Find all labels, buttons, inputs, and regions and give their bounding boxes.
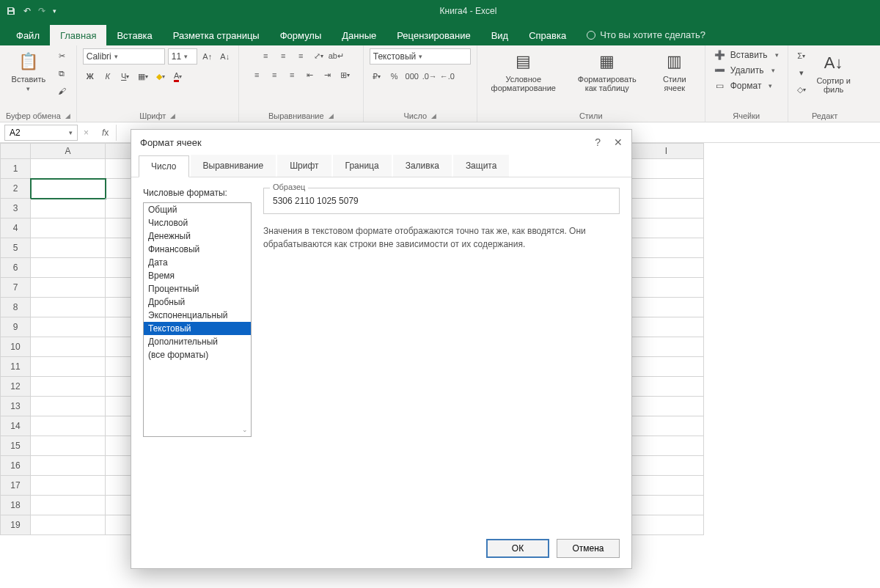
- category-item[interactable]: (все форматы): [144, 348, 251, 361]
- row-header[interactable]: 4: [0, 218, 31, 238]
- cell[interactable]: [629, 317, 704, 337]
- dialog-tab[interactable]: Защита: [453, 155, 510, 177]
- tab-pagelayout[interactable]: Разметка страницы: [163, 25, 270, 45]
- row-header[interactable]: 2: [0, 179, 31, 199]
- orientation-icon[interactable]: ⤢▾: [311, 48, 326, 63]
- dialog-tab[interactable]: Заливка: [393, 155, 452, 177]
- cell[interactable]: [629, 377, 704, 397]
- cell[interactable]: [31, 416, 106, 436]
- category-item[interactable]: Дробный: [144, 295, 251, 309]
- row-header[interactable]: 17: [0, 476, 31, 496]
- tab-review[interactable]: Рецензирование: [386, 25, 480, 45]
- number-launcher-icon[interactable]: ◢: [431, 112, 436, 120]
- merge-icon[interactable]: ⊞▾: [337, 67, 352, 82]
- tab-formulas[interactable]: Формулы: [270, 25, 332, 45]
- dec-decimal-icon[interactable]: ←.0: [440, 69, 455, 84]
- cell[interactable]: [31, 199, 106, 218]
- cell[interactable]: [31, 258, 106, 278]
- grow-font-icon[interactable]: A↑: [200, 49, 215, 64]
- dialog-tab[interactable]: Граница: [333, 155, 392, 177]
- row-header[interactable]: 7: [0, 278, 31, 298]
- cell[interactable]: [629, 278, 704, 298]
- fx-icon[interactable]: fx: [95, 128, 116, 138]
- sort-filter-button[interactable]: A↓Сортир и филь: [812, 50, 856, 95]
- cell[interactable]: [629, 218, 704, 238]
- row-header[interactable]: 19: [0, 515, 31, 535]
- cell[interactable]: [629, 199, 704, 218]
- tab-view[interactable]: Вид: [481, 25, 519, 45]
- row-header[interactable]: 1: [0, 159, 31, 179]
- shrink-font-icon[interactable]: A↓: [218, 49, 232, 64]
- indent-icon[interactable]: ⇥: [320, 67, 334, 82]
- format-painter-icon[interactable]: 🖌: [54, 84, 69, 98]
- tab-help[interactable]: Справка: [518, 25, 576, 45]
- column-header[interactable]: I: [629, 143, 704, 159]
- paste-button[interactable]: 📋 Вставить ▾: [7, 48, 51, 94]
- inc-decimal-icon[interactable]: .0→: [422, 69, 437, 84]
- cell[interactable]: [31, 377, 106, 397]
- cell[interactable]: [31, 317, 106, 337]
- category-item[interactable]: Дополнительный: [144, 335, 251, 348]
- number-format-combo[interactable]: Текстовый▾: [370, 48, 471, 65]
- align-left-icon[interactable]: ≡: [249, 67, 264, 82]
- fill-icon[interactable]: ▾: [794, 65, 809, 80]
- border-icon[interactable]: ▦▾: [136, 69, 150, 84]
- row-header[interactable]: 9: [0, 317, 31, 337]
- comma-icon[interactable]: 000: [405, 69, 419, 84]
- cell[interactable]: [629, 515, 704, 535]
- select-all-corner[interactable]: [0, 143, 31, 159]
- tab-insert[interactable]: Вставка: [106, 25, 162, 45]
- category-item[interactable]: Процентный: [144, 282, 251, 295]
- undo-icon[interactable]: ↶: [23, 6, 31, 16]
- category-item[interactable]: Текстовый: [144, 322, 251, 335]
- category-item[interactable]: Общий: [144, 203, 251, 216]
- row-header[interactable]: 14: [0, 416, 31, 436]
- cell-styles-button[interactable]: ▥Стили ячеек: [650, 48, 699, 94]
- bold-icon[interactable]: Ж: [83, 69, 98, 84]
- fill-color-icon[interactable]: ◆▾: [153, 69, 168, 84]
- dialog-tab[interactable]: Число: [139, 155, 189, 177]
- conditional-formatting-button[interactable]: ▤Условное форматирование: [483, 48, 564, 94]
- row-header[interactable]: 18: [0, 496, 31, 515]
- cut-icon[interactable]: ✂: [54, 48, 69, 63]
- cell[interactable]: [31, 159, 106, 179]
- category-item[interactable]: Экспоненциальный: [144, 309, 251, 322]
- delete-cells-button[interactable]: ➖Удалить▾: [711, 64, 778, 77]
- row-header[interactable]: 10: [0, 337, 31, 357]
- underline-icon[interactable]: Ч▾: [118, 69, 133, 84]
- align-launcher-icon[interactable]: ◢: [329, 112, 334, 120]
- row-header[interactable]: 13: [0, 397, 31, 416]
- align-center-icon[interactable]: ≡: [267, 67, 282, 82]
- clear-icon[interactable]: ◇▾: [794, 82, 809, 97]
- row-header[interactable]: 16: [0, 456, 31, 476]
- align-right-icon[interactable]: ≡: [285, 67, 299, 82]
- format-as-table-button[interactable]: ▦Форматировать как таблицу: [567, 48, 648, 94]
- cell[interactable]: [31, 337, 106, 357]
- cell[interactable]: [629, 179, 704, 199]
- close-icon[interactable]: ✕: [614, 136, 623, 148]
- help-icon[interactable]: ?: [595, 136, 601, 148]
- clipboard-launcher-icon[interactable]: ◢: [65, 112, 70, 120]
- cell[interactable]: [31, 496, 106, 515]
- align-middle-icon[interactable]: ≡: [276, 48, 290, 63]
- row-header[interactable]: 3: [0, 199, 31, 218]
- category-item[interactable]: Финансовый: [144, 243, 251, 256]
- cell[interactable]: [31, 476, 106, 496]
- row-header[interactable]: 11: [0, 357, 31, 377]
- format-cells-button[interactable]: ▭Формат▾: [711, 79, 776, 92]
- category-listbox[interactable]: ОбщийЧисловойДенежныйФинансовыйДатаВремя…: [143, 202, 252, 437]
- category-item[interactable]: Числовой: [144, 216, 251, 229]
- cell[interactable]: [629, 258, 704, 278]
- cell[interactable]: [629, 476, 704, 496]
- row-header[interactable]: 15: [0, 436, 31, 456]
- cell[interactable]: [629, 436, 704, 456]
- category-item[interactable]: Денежный: [144, 229, 251, 243]
- cell[interactable]: [629, 159, 704, 179]
- cell[interactable]: [629, 496, 704, 515]
- align-top-icon[interactable]: ≡: [258, 48, 273, 63]
- cell[interactable]: [31, 515, 106, 535]
- cell[interactable]: [31, 238, 106, 258]
- cell[interactable]: [31, 278, 106, 298]
- cell[interactable]: [629, 298, 704, 317]
- cell[interactable]: [629, 397, 704, 416]
